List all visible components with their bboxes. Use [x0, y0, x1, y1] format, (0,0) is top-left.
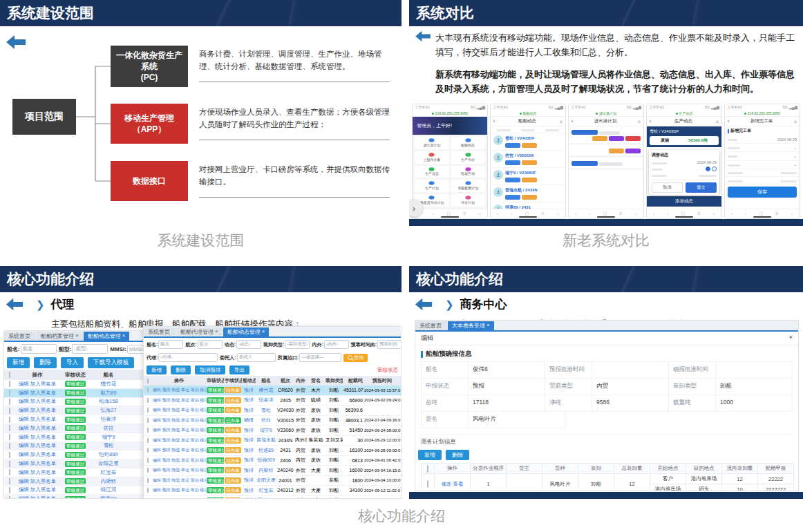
dynamic-link[interactable]: 确报 — [242, 417, 256, 424]
save-button[interactable]: 保存 — [728, 187, 797, 198]
dynamic-link[interactable]: 预排 — [242, 447, 256, 454]
table-row[interactable]: 编辑 预排 拖驳 单证 靠泊 移泊 审核通过 待办单 预排 恒泰洋 2405 外… — [144, 396, 401, 406]
row-checkbox[interactable] — [9, 461, 10, 467]
row-actions[interactable]: 编辑 加入黑名单 — [15, 478, 59, 485]
ship-card[interactable]: ⚓ 普瑞永航 / 2434N — [491, 185, 565, 202]
row-actions[interactable]: 修改 查看 — [435, 474, 471, 492]
radio-off-icon[interactable] — [712, 167, 717, 171]
row-actions[interactable]: 编辑 预排 拖驳 单证 靠泊 移泊 — [152, 467, 206, 473]
query-button[interactable]: 查询 — [343, 354, 368, 362]
row-checkbox[interactable] — [9, 399, 10, 405]
app-tile[interactable]: 船舶动态 — [451, 137, 486, 149]
tab[interactable]: 船舶代理管理× — [176, 327, 223, 336]
action-chip[interactable] — [522, 160, 537, 165]
row-checkbox[interactable] — [9, 452, 10, 458]
row-actions[interactable]: 编辑 预排 拖驳 单证 靠泊 移泊 — [152, 407, 206, 413]
ship-name-link[interactable]: 红宝石 — [256, 487, 276, 494]
ship-card[interactable]: ⚓ 恒通89 / 2431 — [491, 202, 565, 209]
toolbar-button[interactable]: 下载导入模板 — [88, 357, 134, 368]
ship-name-link[interactable]: 檀竹花 — [101, 381, 117, 387]
row-actions[interactable]: 编辑 加入黑名单 — [15, 451, 59, 458]
filter-input[interactable]: -船型- — [72, 344, 108, 354]
ship-name-link[interactable]: 恒驰909 — [256, 457, 276, 464]
dynamic-link[interactable]: 预排 — [242, 427, 256, 434]
row-checkbox[interactable] — [147, 438, 149, 443]
filter-input[interactable]: —请选择— — [299, 353, 341, 362]
row-actions[interactable]: 编辑 加入黑名单 — [15, 460, 59, 467]
ship-name-link[interactable]: 恒钧889 — [99, 451, 118, 457]
app-tile[interactable]: 进出港计划 — [415, 137, 449, 149]
toolbar-button[interactable]: 新增 — [418, 450, 442, 460]
app-tile[interactable]: 生产作业 — [451, 151, 486, 164]
row-actions[interactable]: 编辑 预排 拖驳 单证 靠泊 移泊 — [152, 457, 206, 464]
filter-input[interactable]: 委托人 — [237, 353, 276, 362]
table-row[interactable]: 编辑 预排 拖驳 单证 靠泊 移泊 审核通过 待办单 预排 恒通89 2431 … — [144, 446, 401, 456]
dynamic-link[interactable]: 预排 — [242, 487, 256, 494]
action-chip[interactable] — [625, 136, 641, 141]
ship-name-link[interactable]: 雪松 — [104, 442, 114, 448]
action-chip[interactable] — [505, 143, 520, 148]
ship-name-link[interactable]: 内斯特 — [256, 467, 276, 474]
row-checkbox[interactable] — [9, 408, 10, 414]
ship-name-link[interactable]: 松海158 — [99, 398, 118, 404]
ship-name-link[interactable]: 航力89 — [100, 390, 116, 396]
app-tile[interactable]: 现场互动 — [451, 166, 486, 178]
action-chip[interactable] — [522, 178, 537, 182]
row-actions[interactable]: 编辑 加入黑名单 — [15, 442, 59, 449]
app-tile[interactable]: 生产计划 — [415, 180, 449, 192]
browser-nav-bar[interactable]: ‹›▢≡⌂ — [413, 209, 487, 218]
toolbar-button[interactable]: 删除 — [34, 357, 57, 368]
row-actions[interactable]: 编辑 预排 拖驳 单证 靠泊 移泊 — [152, 477, 206, 484]
action-chip[interactable] — [505, 195, 520, 200]
ship-name-link[interactable]: 佐拉 — [104, 425, 114, 431]
select-all-checkbox[interactable] — [427, 465, 428, 473]
row-actions[interactable]: 编辑 加入黑名单 — [15, 390, 59, 397]
dynamic-link[interactable]: 预排 — [242, 437, 256, 444]
tab-close-icon[interactable]: × — [122, 332, 126, 340]
table-row[interactable]: 编辑 预排 拖驳 单证 靠泊 移泊 审核通过 待办单 预排 红宝石 240312… — [144, 486, 401, 496]
browser-nav-bar[interactable]: ‹›▢≡⌂ — [569, 209, 643, 218]
row-checkbox[interactable] — [147, 488, 149, 493]
ship-name-link[interactable]: 恒泰洋 — [256, 397, 276, 403]
tab-close-icon[interactable]: × — [486, 322, 490, 330]
tab[interactable]: 系统首页 — [144, 327, 176, 336]
back-arrow-icon[interactable] — [415, 298, 433, 311]
ship-name-link[interactable]: 南泰89 — [100, 495, 116, 499]
dynamic-link[interactable]: 预排 — [242, 457, 256, 464]
app-tile[interactable]: 上报作业量 — [415, 151, 449, 164]
back-arrow-icon[interactable] — [6, 35, 26, 50]
toolbar-button[interactable]: 导出 — [229, 365, 249, 374]
row-actions[interactable]: 编辑 预排 拖驳 单证 靠泊 移泊 — [152, 397, 206, 403]
row-actions[interactable]: 编辑 预排 拖驳 单证 靠泊 移泊 — [152, 427, 206, 433]
row-actions[interactable]: 编辑 加入黑名单 — [15, 495, 59, 499]
action-chip[interactable] — [522, 195, 537, 200]
action-chip[interactable] — [609, 136, 624, 141]
row-actions[interactable]: 编辑 预排 拖驳 单证 靠泊 移泊 — [152, 387, 206, 393]
row-checkbox[interactable] — [147, 498, 149, 499]
row-checkbox[interactable] — [147, 408, 149, 412]
row-actions[interactable]: 编辑 预排 拖驳 单证 靠泊 移泊 — [152, 417, 206, 424]
row-checkbox[interactable] — [9, 496, 10, 499]
toolbar-button[interactable]: 取消预排 — [195, 365, 225, 374]
table-row[interactable]: 编辑 预排 拖驳 单证 靠泊 移泊 审核通过 待办单 预排 瑞宁9 V23060… — [144, 426, 401, 436]
back-arrow-icon[interactable] — [415, 30, 431, 42]
tab[interactable]: 船舶动态管理× — [223, 327, 270, 336]
toolbar-button[interactable]: 导入 — [61, 357, 84, 368]
tab[interactable]: 船舶档案管理× — [37, 332, 83, 341]
action-chip[interactable] — [505, 178, 520, 182]
table-row[interactable]: 编辑 预排 拖驳 单证 靠泊 移泊 审核通过 待办单 预排 内斯特 240240… — [144, 466, 401, 476]
row-checkbox[interactable] — [9, 390, 10, 396]
row-checkbox[interactable] — [427, 480, 428, 488]
dynamic-link[interactable]: 预排 — [242, 467, 256, 474]
tab[interactable]: 系统首页 — [4, 332, 36, 341]
ship-name-link[interactable]: 锦江河 — [101, 486, 117, 493]
filter-input[interactable]: -动态- — [236, 340, 261, 349]
toolbar-button[interactable]: 新增 — [147, 365, 167, 374]
select-all-checkbox[interactable] — [147, 379, 149, 383]
tab-close-icon[interactable]: × — [215, 328, 218, 336]
row-actions[interactable]: 编辑 加入黑名单 — [15, 434, 59, 441]
toolbar-button[interactable]: 删除 — [171, 365, 191, 374]
filter-input[interactable]: 船名 — [21, 344, 57, 354]
ship-name-link[interactable]: 瑞宁9 — [256, 427, 276, 434]
dynamic-link[interactable]: 预排 — [242, 497, 256, 499]
